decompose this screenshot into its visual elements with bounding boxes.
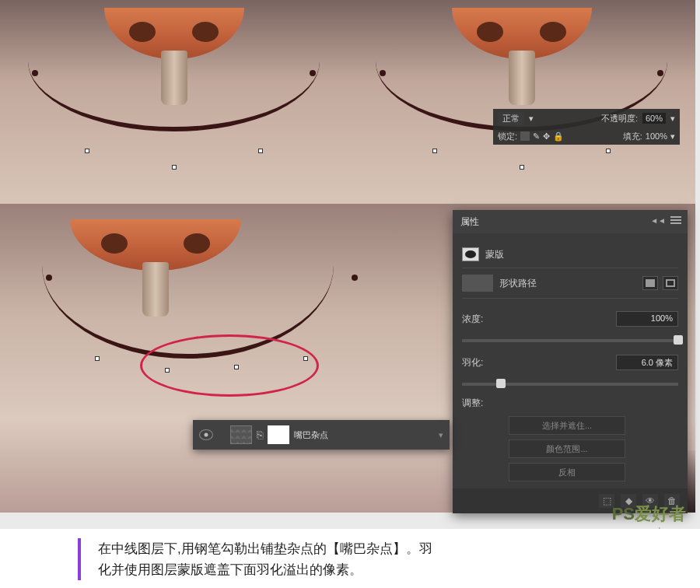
mask-thumbnail[interactable] [268,425,289,444]
density-row: 浓度: 100% [462,311,678,327]
anchor [657,70,663,76]
anchor [32,70,38,76]
preview-top-left [0,0,348,204]
feather-input[interactable]: 6.0 像素 [616,355,678,370]
panel-header[interactable]: 属性 ◄◄ [453,210,688,233]
path-handle[interactable] [432,149,437,153]
lock-panel: 锁定: ✎ ✥ 🔒 填充: 100% ▾ [493,128,680,145]
vector-mask-button[interactable] [663,276,678,290]
anchor [310,70,316,76]
move-icon[interactable]: ✥ [543,131,550,142]
fill-value[interactable]: 100% [646,131,667,141]
slider-thumb[interactable] [496,379,506,388]
path-handle[interactable] [606,149,611,153]
properties-panel: 属性 ◄◄ 蒙版 形状路径 浓度: 100% [453,210,688,513]
pixel-mask-button[interactable] [642,276,658,290]
lock-transparency-icon[interactable] [520,131,530,141]
chevron-down-icon[interactable]: ▾ [670,114,675,124]
color-range-button[interactable]: 颜色范围... [509,439,625,458]
lock-icon[interactable]: 🔒 [553,131,564,142]
preview-top-right: 正常 ▾ 不透明度: 60% ▾ 锁定: ✎ ✥ 🔒 填充: 100% ▾ [348,0,695,204]
path-handle[interactable] [85,149,89,153]
nose-shape [104,8,244,93]
density-slider[interactable] [462,339,678,342]
watermark-cn: 爱好者 [635,504,686,523]
nose-shape [70,219,241,305]
fill-label: 填充: [623,131,642,142]
visibility-icon[interactable] [199,429,213,440]
tutorial-canvas: 正常 ▾ 不透明度: 60% ▾ 锁定: ✎ ✥ 🔒 填充: 100% ▾ [0,0,695,513]
path-handle[interactable] [520,165,524,170]
layer-mask-icon[interactable] [462,247,479,261]
feather-row: 羽化: 6.0 像素 [462,355,678,370]
layer-row[interactable]: ⎘ 嘴巴杂点 ▾ [193,420,450,450]
adjust-label: 调整: [462,397,483,410]
shape-swatch[interactable] [462,275,493,292]
path-handle[interactable] [172,165,177,170]
mask-label: 蒙版 [485,248,504,261]
caption-line2: 化并使用图层蒙版遮盖下面羽化溢出的像素。 [98,562,362,577]
caption: 在中线图层下,用钢笔勾勒出铺垫杂点的【嘴巴杂点】。羽 化并使用图层蒙版遮盖下面羽… [0,529,700,588]
anchor [380,70,386,76]
caption-line1: 在中线图层下,用钢笔勾勒出铺垫杂点的【嘴巴杂点】。羽 [98,541,432,556]
collapse-icon[interactable]: ◄◄ [650,216,666,225]
density-input[interactable]: 100% [616,311,678,327]
chevron-down-icon[interactable]: ▾ [529,114,534,124]
brush-icon[interactable]: ✎ [533,131,540,142]
chevron-down-icon[interactable]: ▾ [670,131,675,142]
watermark-ps: PS [612,504,635,523]
slider-thumb[interactable] [674,335,683,345]
panel-title: 属性 [460,215,479,229]
blend-panel: 正常 ▾ 不透明度: 60% ▾ [493,109,680,128]
density-label: 浓度: [462,313,499,326]
opacity-label: 不透明度: [601,113,638,124]
path-handle[interactable] [258,149,263,153]
layer-thumbnail[interactable] [230,425,252,444]
opacity-value[interactable]: 60% [642,113,666,124]
layer-name[interactable]: 嘴巴杂点 [294,429,328,441]
anchor [46,275,52,281]
feather-slider[interactable] [462,383,678,386]
nose-shape [452,8,592,93]
shape-path-row: 形状路径 [462,275,678,292]
mask-type-row: 蒙版 [462,247,678,261]
shape-path-label: 形状路径 [499,277,537,290]
link-icon[interactable]: ⎘ [257,429,263,441]
annotation-circle [140,334,319,397]
blend-mode-select[interactable]: 正常 [498,112,524,125]
feather-label: 羽化: [462,356,499,369]
anchor [352,275,358,281]
invert-button[interactable]: 反相 [509,463,625,481]
panel-menu-icon[interactable] [670,216,681,224]
chevron-down-icon[interactable]: ▾ [439,430,443,440]
select-and-mask-button[interactable]: 选择并遮住... [509,416,625,435]
accent-bar [78,538,81,580]
lock-label: 锁定: [498,131,517,142]
path-handle[interactable] [95,356,100,361]
